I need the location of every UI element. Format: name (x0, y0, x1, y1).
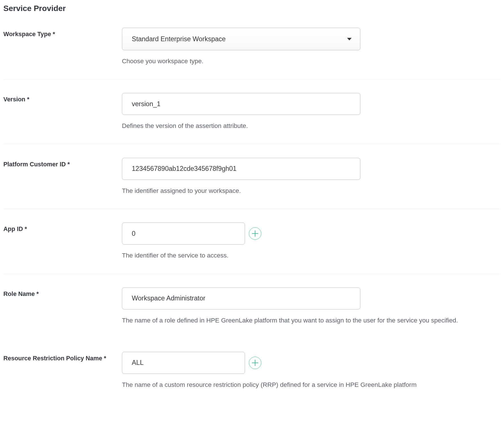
version-label: Version * (3, 96, 122, 104)
app-id-helper: The identifier of the service to access. (122, 251, 501, 260)
section-title: Service Provider (3, 4, 501, 13)
rrp-name-input[interactable] (122, 352, 245, 374)
role-name-helper: The name of a role defined in HPE GreenL… (122, 316, 501, 325)
row-role-name: Role Name * The name of a role defined i… (3, 287, 501, 338)
row-app-id: App ID * The identifier of the service t… (3, 223, 501, 274)
add-rrp-button[interactable] (249, 357, 261, 369)
app-id-label: App ID * (3, 225, 122, 233)
role-name-label: Role Name * (3, 290, 122, 298)
rrp-name-label: Resource Restriction Policy Name * (3, 355, 122, 363)
chevron-down-icon (347, 38, 352, 40)
workspace-type-value: Standard Enterprise Workspace (132, 35, 226, 43)
workspace-type-select[interactable]: Standard Enterprise Workspace (122, 28, 360, 50)
add-app-id-button[interactable] (249, 227, 261, 240)
row-rrp-name: Resource Restriction Policy Name * The n… (3, 352, 501, 403)
row-platform-customer-id: Platform Customer ID * The identifier as… (3, 158, 501, 209)
platform-customer-id-helper: The identifier assigned to your workspac… (122, 187, 501, 195)
platform-customer-id-input[interactable] (122, 158, 360, 180)
version-helper: Defines the version of the assertion att… (122, 122, 501, 130)
row-workspace-type: Workspace Type * Standard Enterprise Wor… (3, 28, 501, 79)
workspace-type-helper: Choose you workspace type. (122, 57, 501, 66)
rrp-name-helper: The name of a custom resource restrictio… (122, 381, 501, 389)
platform-customer-id-label: Platform Customer ID * (3, 161, 122, 169)
role-name-input[interactable] (122, 287, 360, 309)
row-version: Version * Defines the version of the ass… (3, 93, 501, 144)
workspace-type-label: Workspace Type * (3, 30, 122, 38)
version-input[interactable] (122, 93, 360, 115)
app-id-input[interactable] (122, 223, 245, 245)
